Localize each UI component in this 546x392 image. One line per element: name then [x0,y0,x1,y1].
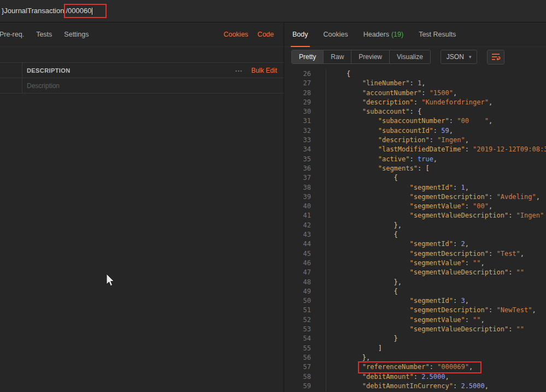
code-line: 26 { [284,69,546,79]
view-mode-raw[interactable]: Raw [324,50,351,63]
line-number: 26 [284,69,311,79]
code-line: 52 "segmentValue": "", [284,315,546,325]
response-tab-headers[interactable]: Headers(19) [362,22,405,46]
format-select[interactable]: JSON ▾ [441,50,478,64]
code-content: "segmentId": 1, [326,183,469,192]
code-link[interactable]: Code [257,31,274,38]
more-options-icon[interactable]: ⋯ [235,67,243,74]
mouse-cursor [106,274,116,288]
line-number: 59 [284,382,311,391]
line-number: 44 [284,239,311,249]
code-line: 33 "description": "Ingen", [284,136,546,145]
code-content: "segmentValueDescription": "Ingen" [326,211,544,220]
code-line: 35 "active": true, [284,155,546,164]
code-content: }, [326,221,402,230]
description-header-label: DESCRIPTION [27,67,71,74]
code-content: "segmentValueDescription": "" [326,325,524,334]
code-content: "description": "Kundefordringer", [326,98,492,107]
code-line: 44 "segmentId": 2, [284,239,546,249]
table-actions: ⋯ Bulk Edit [235,63,284,78]
code-line: 32 "subaccountId": 59, [284,126,546,136]
chevron-down-icon: ▾ [469,54,472,60]
view-mode-pretty[interactable]: Pretty [292,50,324,63]
code-line: 30 "subaccount": { [284,107,546,116]
code-line: 54 } [284,334,546,343]
line-number: 38 [284,183,311,192]
line-number: 48 [284,278,311,287]
cookies-link[interactable]: Cookies [224,31,248,38]
response-body-viewer[interactable]: 26 {27 "lineNumber": 1,28 "accountNumber… [284,67,546,392]
description-column-header: DESCRIPTION [22,63,235,78]
code-line: 40 "segmentValue": "00", [284,202,546,211]
code-line: 41 "segmentValueDescription": "Ingen" [284,211,546,220]
code-content: "lineNumber": 1, [326,79,425,88]
line-number: 41 [284,211,311,220]
code-line: 49 { [284,287,546,296]
line-number: 39 [284,192,311,202]
code-line: 55 ] [284,344,546,353]
code-content: "segmentValue": "", [326,315,485,325]
table-header-row: DESCRIPTION ⋯ Bulk Edit [0,62,284,78]
code-content: "debitAmount": 2.5000, [326,372,449,382]
bulk-edit-button[interactable]: Bulk Edit [251,67,277,74]
line-number: 34 [284,145,311,154]
code-line: 58 "debitAmount": 2.5000, [284,372,546,382]
code-content: ] [326,344,382,353]
line-number: 28 [284,89,311,98]
code-line: 47 "segmentValueDescription": "" [284,268,546,277]
line-number: 51 [284,306,311,315]
line-number: 45 [284,249,311,259]
code-content: "description": "Ingen", [326,136,469,145]
request-panel: Pre-req.TestsSettings CookiesCode DESCRI… [0,22,284,392]
code-content: } [326,334,398,343]
response-tab-test-results[interactable]: Test Results [417,22,457,46]
response-toolbar: PrettyRawPreviewVisualize JSON ▾ [284,47,546,67]
description-cell[interactable]: Description [22,78,284,93]
wrap-text-icon [491,53,501,61]
line-number: 27 [284,79,311,88]
code-content: "subaccountId": 59, [326,126,453,136]
line-number: 56 [284,353,311,362]
wrap-text-button[interactable] [487,50,504,65]
line-number: 40 [284,202,311,211]
url-bar: }JournalTransaction/000060 [0,0,546,22]
code-content: { [326,173,398,183]
line-number: 29 [284,98,311,107]
request-url[interactable]: }JournalTransaction/000060 [2,7,107,15]
response-tab-body[interactable]: Body [291,22,310,46]
view-mode-visualize[interactable]: Visualize [390,50,430,63]
url-prefix: }JournalTransaction [2,7,64,15]
tab-label: Headers [363,31,389,38]
code-content: "referenceNumber": "000069", [326,362,473,372]
key-cell[interactable] [0,78,22,93]
code-line: 38 "segmentId": 1, [284,183,546,192]
code-line: 45 "segmentDescription": "Test", [284,249,546,259]
request-tab-pre-req-[interactable]: Pre-req. [0,31,30,38]
code-line: 48 }, [284,278,546,287]
tab-label: Test Results [419,31,456,38]
line-number: 58 [284,372,311,382]
code-content: "debitAmountInCurrency": 2.5000, [326,382,489,391]
request-tab-settings[interactable]: Settings [58,31,95,38]
line-number: 55 [284,344,311,353]
code-line: 39 "segmentDescription": "Avdeling", [284,192,546,202]
tab-label: Body [292,31,308,38]
request-tab-tests[interactable]: Tests [30,31,58,38]
response-tabs: BodyCookiesHeaders(19)Test Results [284,22,546,47]
code-content: "accountNumber": "1500", [326,89,457,98]
view-mode-preview[interactable]: Preview [351,50,390,63]
code-line: 43 { [284,230,546,239]
code-content: "active": true, [326,155,437,164]
line-number: 49 [284,287,311,296]
line-number: 31 [284,116,311,126]
code-line: 31 "subaccountNumber": "00 ", [284,116,546,126]
code-line: 57 "referenceNumber": "000069", [284,362,546,372]
code-line: 29 "description": "Kundefordringer", [284,98,546,107]
code-content: { [326,230,398,239]
line-number: 35 [284,155,311,164]
response-tab-cookies[interactable]: Cookies [322,22,350,46]
line-number: 43 [284,230,311,239]
code-lines: 26 {27 "lineNumber": 1,28 "accountNumber… [284,69,546,391]
line-number: 46 [284,259,311,268]
code-line: 50 "segmentId": 3, [284,296,546,306]
